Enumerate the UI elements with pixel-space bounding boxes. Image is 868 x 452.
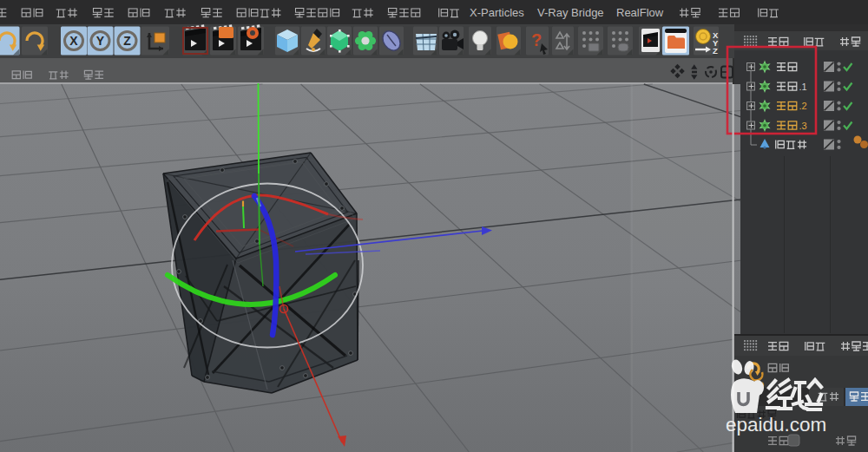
svg-text:?: ?	[531, 30, 542, 49]
svg-text:RealFlow: RealFlow	[616, 6, 664, 19]
svg-text:X-Particles: X-Particles	[470, 6, 524, 19]
svg-text:.3: .3	[799, 121, 807, 131]
svg-text:Y: Y	[96, 34, 105, 48]
svg-text:Z: Z	[123, 34, 131, 48]
svg-text:.2: .2	[799, 101, 807, 111]
svg-text:epaidu.com: epaidu.com	[726, 414, 826, 436]
svg-text:X: X	[69, 34, 78, 48]
svg-text:Z: Z	[713, 46, 718, 56]
svg-text:V-Ray Bridge: V-Ray Bridge	[537, 6, 604, 19]
svg-text:.1: .1	[799, 82, 807, 92]
